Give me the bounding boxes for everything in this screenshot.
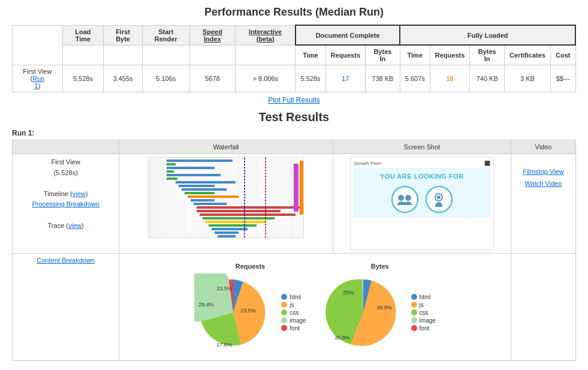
bytes-chart-legend: 39.9% 30.8% 25% html [324,273,436,351]
requests-legend: html js css [281,293,306,333]
svg-rect-15 [176,181,236,184]
fl-req-sub: Requests [430,45,470,65]
performance-table-wrap: Load Time First Byte Start Render Speed … [12,25,576,92]
watch-video-link[interactable]: Watch Video [520,180,566,187]
image-label: image [290,317,306,324]
interactive-header: Interactive (beta) [236,25,295,45]
svg-rect-14 [167,178,177,180]
bytes-chart-title: Bytes [371,263,389,270]
requests-pie-chart: 23.5% 17.6% 29.4% 23.5% [194,273,272,351]
svg-text:23.5%: 23.5% [217,285,233,291]
table-row: First View (Run1) 5.528s 3.455s 5.106s 5… [13,65,576,92]
fl-bytes-sub: Bytes In [470,45,505,65]
content-breakdown-link[interactable]: Content Breakdown [37,257,95,264]
plot-full-results-link[interactable]: Plot Full Results [268,96,320,104]
legend-font: font [281,325,306,332]
ss-icon-2 [426,186,453,213]
fl-time-sub: Time [400,45,430,65]
ss-corner: ⬛ [484,161,490,166]
css-label: css [290,309,298,316]
interactive-val: > 8.006s [236,65,295,92]
run-label: Run 1: [12,129,576,137]
dc-time-val: 5.528s [295,65,325,92]
requests-chart-legend: 23.5% 17.6% 29.4% 23.5% html [194,273,306,351]
svg-rect-20 [191,199,215,201]
svg-point-36 [405,195,411,201]
svg-rect-30 [218,235,236,237]
bytes-pie-chart: 39.9% 30.8% 25% [324,273,402,351]
load-time-header: Load Time [62,25,103,45]
screenshot-tagline: YOU ARE LOOKING FOR [358,173,486,180]
trace-link[interactable]: view [68,222,82,229]
run1-link[interactable]: Run1 [32,75,44,89]
video-links: Filmstrip View Watch Video [514,157,572,198]
fl-cost-val: $$--- [550,65,575,92]
html-dot [281,294,287,300]
svg-rect-27 [209,224,257,227]
first-view-row: First View (5.528s) Timeline (view) Proc… [13,154,576,254]
load-time-val: 5.528s [62,65,103,92]
svg-rect-16 [179,185,215,187]
legend-js: js [281,302,306,308]
breakdown-video-cell [511,254,575,361]
svg-rect-19 [188,195,239,198]
svg-rect-29 [215,231,239,234]
svg-rect-18 [185,192,215,194]
bytes-font-dot [411,325,417,331]
svg-point-35 [398,195,404,201]
start-render-header: Start Render [143,25,190,45]
fbyte-sub [104,45,143,65]
filmstrip-view-link[interactable]: Filmstrip View [520,168,566,175]
svg-text:39.9%: 39.9% [376,305,392,311]
dc-bytes-sub: Bytes In [366,45,400,65]
bytes-js-dot [411,302,417,308]
first-view-text: First View [52,158,80,166]
bytes-legend-image: image [411,317,436,324]
requests-chart-title: Requests [236,263,266,270]
svg-rect-21 [194,203,227,205]
js-dot [281,302,287,308]
processing-breakdown-link[interactable]: Processing Breakdown [32,200,99,207]
performance-table: Load Time First Byte Start Render Speed … [12,25,576,92]
col-video-header: Video [511,140,575,154]
screenshot-cell: Growth Pixel ⬛ YOU ARE LOOKING FOR [333,154,511,254]
bytes-font-label: font [420,325,430,332]
doc-complete-header: Document Complete [295,25,400,45]
content-breakdown-row: Content Breakdown Requests [13,254,576,361]
svg-rect-24 [200,213,295,216]
video-cell[interactable]: Filmstrip View Watch Video [511,154,575,254]
bytes-legend: html js css [411,293,436,333]
svg-rect-11 [167,167,215,169]
dc-time-sub: Time [295,45,325,65]
svg-text:17.6%: 17.6% [217,342,233,348]
svg-rect-10 [167,163,176,166]
svg-rect-13 [167,174,221,176]
css-dot [281,309,287,315]
timeline-label: Timeline [44,190,68,197]
col-waterfall-header: Waterfall [119,140,333,154]
svg-text:23.5%: 23.5% [241,308,257,314]
bytes-css-dot [411,309,417,315]
breakdown-charts-cell: Requests [119,254,511,361]
trace-label: Trace [48,222,65,229]
srender-sub [143,45,190,65]
bytes-image-dot [411,317,417,323]
fl-certs-val: 3 KB [505,65,551,92]
bytes-legend-js: js [411,302,436,308]
timeline-link[interactable]: view [73,190,86,197]
dc-bytes-val: 738 KB [366,65,400,92]
sidx-sub [189,45,236,65]
requests-chart-section: Requests [194,263,306,351]
ss-icon-1 [391,186,418,213]
col-screenshot-header: Screen Shot [333,140,511,154]
svg-text:30.8%: 30.8% [334,335,350,341]
inter-sub [236,45,295,65]
legend-html: html [281,294,306,300]
bytes-legend-css: css [411,309,436,316]
svg-rect-9 [167,160,233,162]
fl-requests-val: 18 [430,65,470,92]
js-label: js [290,302,294,308]
page-title: Performance Results (Median Run) [12,6,576,19]
first-view-time: (5.528s) [53,169,77,176]
svg-rect-25 [203,217,275,219]
